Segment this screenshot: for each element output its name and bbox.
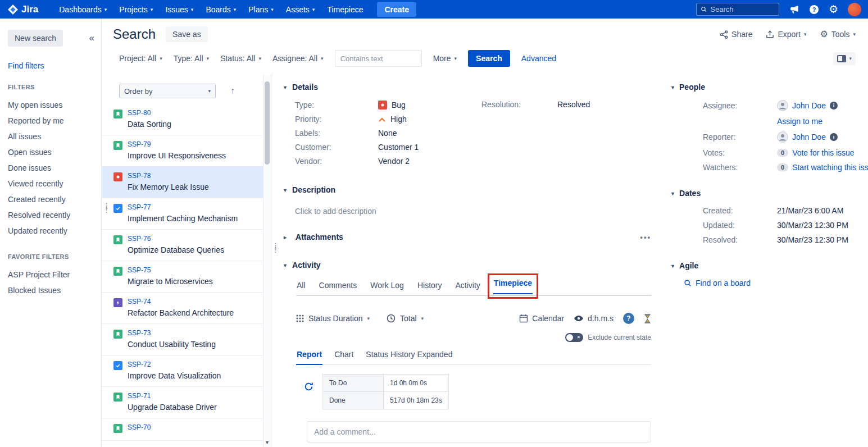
issue-list-scrollbar[interactable]: ▼ [263,75,271,447]
panel-resize-handle[interactable]: ⋮⋮ [103,204,110,212]
issue-key[interactable]: SSP-75 [128,266,213,274]
scrollbar-thumb[interactable] [265,81,270,165]
jira-logo[interactable]: Jira [8,4,38,15]
issue-key[interactable]: SSP-77 [128,203,238,211]
chevron-down-icon[interactable]: ▾ [284,187,287,193]
create-button[interactable]: Create [377,2,416,17]
status-filter-dropdown[interactable]: Status: All▾ [220,54,261,63]
assignee-filter-dropdown[interactable]: Assignee: All▾ [272,54,324,63]
sidebar-item-created-recently[interactable]: Created recently [8,191,101,207]
tools-button[interactable]: ⚙ Tools ▾ [820,30,856,39]
find-on-board-link[interactable]: Find on a board [696,279,751,288]
search-button[interactable]: Search [468,50,510,67]
global-search-input[interactable] [710,5,775,13]
sidebar-item-my-open-issues[interactable]: My open issues [8,97,101,113]
nav-projects[interactable]: Projects▾ [113,5,159,14]
sidebar-item-viewed-recently[interactable]: Viewed recently [8,176,101,191]
nav-issues[interactable]: Issues▾ [159,5,199,14]
issue-row[interactable]: SSP-79Improve UI Responsiveness [102,135,263,167]
refresh-icon[interactable] [304,382,313,393]
contains-text-input[interactable] [335,50,422,67]
assignee-name-link[interactable]: John Doe [792,101,826,110]
user-avatar[interactable] [848,3,861,16]
issue-key[interactable]: SSP-74 [128,298,234,305]
sidebar-item-open-issues[interactable]: Open issues [8,144,101,160]
find-filters-link[interactable]: Find filters [8,61,101,70]
dhms-format-button[interactable]: d.h.m.s [574,314,613,323]
tab-comments[interactable]: Comments [319,279,358,295]
sidebar-item-updated-recently[interactable]: Updated recently [8,223,101,239]
issue-row[interactable]: SSP-72Improve Data Visualization [102,355,263,387]
nav-timepiece[interactable]: Timepiece [321,5,369,14]
global-search-box[interactable] [696,3,779,16]
exclude-current-state-toggle[interactable] [565,333,583,342]
issue-row[interactable]: SSP-75Migrate to Microservices [102,261,263,293]
issue-row[interactable]: SSP-70 [102,418,263,441]
tab-all[interactable]: All [296,279,306,295]
issue-row[interactable]: SSP-80Data Sorting [102,104,263,135]
nav-boards[interactable]: Boards▾ [199,5,242,14]
chevron-down-icon[interactable]: ▾ [284,84,287,90]
sidebar-item-blocked-issues[interactable]: Blocked Issues [8,282,101,298]
nav-assets[interactable]: Assets▾ [280,5,321,14]
save-as-button[interactable]: Save as [166,26,208,42]
issue-row[interactable]: SSP-76Optimize Database Queries [102,230,263,261]
nav-dashboards[interactable]: Dashboards▾ [53,5,113,14]
tab-timepiece[interactable]: Timepiece [493,276,533,294]
tab-report[interactable]: Report [296,350,322,365]
chevron-down-icon[interactable]: ▾ [671,263,674,269]
collapse-sidebar-icon[interactable]: « [89,33,94,44]
announcement-icon[interactable] [789,4,799,14]
assign-to-me-link[interactable]: Assign to me [777,117,822,126]
dates-section-header[interactable]: ▾ Dates [671,189,868,198]
start-watching-link[interactable]: Start watching this issue [792,163,868,172]
agile-section-header[interactable]: ▾ Agile [671,261,868,270]
issue-row[interactable]: SSP-74Refactor Backend Architecture [102,293,263,324]
sidebar-item-all-issues[interactable]: All issues [8,129,101,144]
share-button[interactable]: Share [720,30,752,39]
help-icon[interactable]: ? [809,4,819,15]
issue-key[interactable]: SSP-80 [128,109,171,117]
panel-resize-handle[interactable]: ⋮⋮ [272,244,279,252]
attachments-more-button[interactable]: ••• [640,233,651,241]
total-dropdown[interactable]: Total ▾ [387,314,424,323]
issue-key[interactable]: SSP-72 [128,361,221,368]
reporter-name-link[interactable]: John Doe [792,133,826,142]
nav-plans[interactable]: Plans▾ [242,5,280,14]
calendar-button[interactable]: Calendar [519,314,564,323]
issue-row[interactable]: SSP-73Conduct Usability Testing [102,324,263,355]
issue-key[interactable]: SSP-78 [128,172,209,180]
sidebar-item-done-issues[interactable]: Done issues [8,160,101,176]
view-switcher-button[interactable]: ▾ [833,52,856,65]
tab-chart[interactable]: Chart [334,350,354,364]
sidebar-item-asp-project-filter[interactable]: ASP Project Filter [8,267,101,282]
add-comment-field[interactable]: Add a comment... [307,421,651,443]
order-by-select[interactable]: Order by▾ [119,84,216,98]
chevron-down-icon[interactable]: ▾ [671,84,674,90]
project-filter-dropdown[interactable]: Project: All▾ [119,54,162,63]
tab-activity[interactable]: Activity [455,279,480,295]
description-placeholder[interactable]: Click to add description [295,207,668,216]
tab-work-log[interactable]: Work Log [370,279,405,295]
chevron-down-icon[interactable]: ▾ [284,262,287,268]
status-duration-dropdown[interactable]: Status Duration ▾ [296,314,370,323]
issue-row[interactable]: SSP-77Implement Caching Mechanism [102,198,263,230]
chevron-right-icon[interactable]: ▸ [284,234,287,240]
sort-direction-button[interactable]: ↑ [230,86,235,96]
issue-row[interactable]: SSP-71Upgrade Database Driver [102,387,263,418]
people-section-header[interactable]: ▾ People [671,83,868,92]
issue-key[interactable]: SSP-73 [128,329,216,337]
issue-key[interactable]: SSP-70 [128,423,151,431]
issue-key[interactable]: SSP-76 [128,235,224,243]
new-search-button[interactable]: New search [8,30,63,47]
info-icon[interactable]: i [830,102,838,110]
issue-key[interactable]: SSP-79 [128,140,226,148]
description-section-header[interactable]: ▾ Description [284,185,668,194]
details-section-header[interactable]: ▾ Details [284,83,668,92]
attachments-section-header[interactable]: ▸ Attachments ••• [284,232,668,241]
sidebar-item-resolved-recently[interactable]: Resolved recently [8,207,101,223]
settings-gear-icon[interactable]: ⚙ [829,4,838,15]
timepiece-help-icon[interactable]: ? [623,313,634,324]
tab-history[interactable]: History [417,279,443,295]
issue-key[interactable]: SSP-71 [128,392,217,400]
